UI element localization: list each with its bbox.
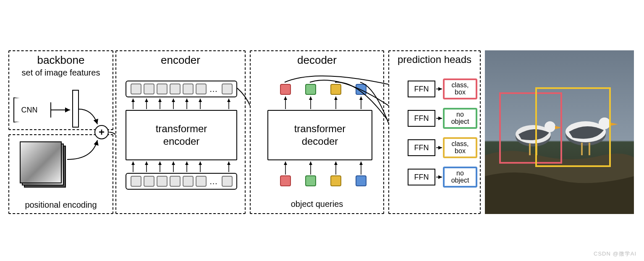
encoder-output-tokens: …	[126, 81, 237, 97]
panel-decoder: decoder transformer decoder object queri…	[250, 50, 384, 214]
ffn-to-pred-arrows	[389, 51, 482, 215]
prediction-1: class, box	[443, 78, 477, 99]
ellipsis-icon: …	[209, 84, 220, 94]
panel-title-backbone: backbone	[9, 54, 113, 67]
panel-title-heads: prediction heads	[389, 54, 480, 65]
positional-encoding-stack	[20, 141, 66, 188]
decoder-out-token-blue	[356, 84, 367, 95]
bbox-bird-yellow	[535, 87, 611, 167]
ffn-4: FFN	[408, 169, 435, 185]
object-queries-label: object queries	[251, 199, 383, 209]
object-query-yellow	[330, 175, 341, 186]
panel-title-decoder: decoder	[251, 54, 383, 67]
ellipsis-icon-2: …	[209, 177, 220, 186]
diagram-canvas: backbone set of image features CNN posit…	[8, 50, 636, 214]
backbone-sublabel: set of image features	[9, 68, 113, 78]
ffn-1: FFN	[408, 81, 435, 97]
encoder-input-tokens: …	[126, 173, 237, 190]
panel-backbone: backbone set of image features CNN	[8, 50, 113, 130]
ffn-3: FFN	[408, 139, 435, 156]
object-query-blue	[356, 175, 367, 186]
decoder-out-token-yellow	[330, 84, 341, 95]
cnn-label: CNN	[13, 97, 51, 123]
pos-enc-label: positional encoding	[9, 200, 113, 210]
object-query-green	[305, 175, 316, 186]
prediction-3: class, box	[443, 137, 477, 158]
cnn-block: CNN	[13, 97, 51, 123]
panel-title-encoder: encoder	[116, 54, 245, 67]
transformer-encoder-block: transformer encoder	[126, 110, 237, 160]
prediction-4: no object	[443, 167, 477, 188]
panel-encoder: encoder … transformer encoder …	[115, 50, 246, 214]
output-image	[485, 50, 634, 214]
plus-glyph: +	[99, 127, 105, 137]
panel-prediction-heads: prediction heads FFN FFN FFN FFN class, …	[388, 50, 481, 214]
panel-positional-encoding: positional encoding	[8, 134, 113, 214]
decoder-out-token-red	[280, 84, 291, 95]
decoder-out-token-green	[305, 84, 316, 95]
ffn-2: FFN	[408, 110, 435, 127]
prediction-2: no object	[443, 108, 477, 129]
feature-column	[72, 90, 79, 128]
transformer-decoder-block: transformer decoder	[267, 110, 372, 160]
watermark: CSDN @微学AI	[594, 250, 636, 258]
object-query-red	[280, 175, 291, 186]
add-icon: +	[94, 125, 109, 139]
